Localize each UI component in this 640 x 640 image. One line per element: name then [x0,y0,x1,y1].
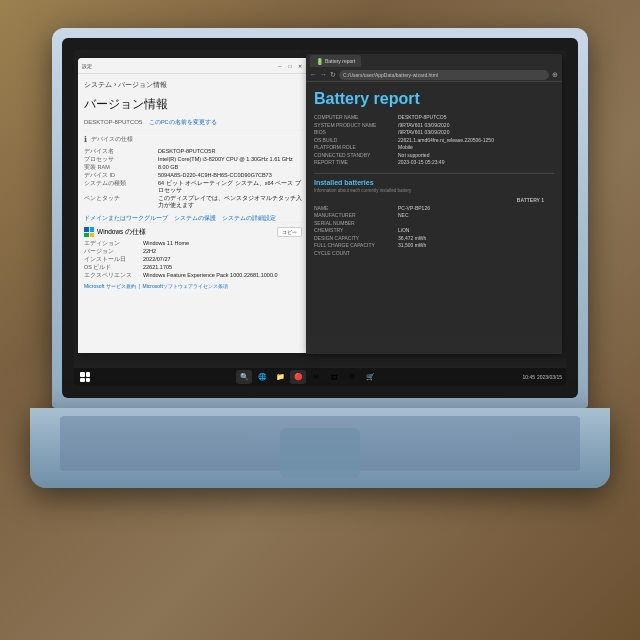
window-controls: ─ □ ✕ [276,62,304,70]
screen-content: 設定 ─ □ ✕ システム › バージョン情報 バージョン情報 DESKTOP-… [74,50,566,386]
address-input[interactable]: C:/Users/user/AppData/battery-wizard.htm… [339,70,549,80]
windows-copy-button[interactable]: コピー [277,227,302,237]
taskbar-edge[interactable]: 🌐 [254,370,270,384]
processor-value: Intel(R) Core(TM) i3-8200Y CPU @ 1.30GHz… [158,156,302,163]
breadcrumb: システム › バージョン情報 [84,80,302,90]
install-date-label: インストール日 [84,256,139,263]
computer-name-label: COMPUTER NAME [314,114,394,120]
full-charge-value: 31,500 mWh [398,242,554,248]
taskbar-store[interactable]: 🛒 [362,370,378,384]
serial-value [398,220,554,226]
connected-standby-label: CONNECTED STANDBY [314,152,394,158]
system-type-value: 64 ビット オペレーティング システム、x64 ベース プロセッサ [158,180,302,194]
ms-license-link[interactable]: Microsoftソフトウェアライセンス条項 [143,283,228,289]
laptop-screen-lid: 設定 ─ □ ✕ システム › バージョン情報 バージョン情報 DESKTOP-… [52,28,588,408]
taskbar-apps: 🔍 🌐 📁 🔴 ✉ 🖼 ⚙ 🛒 [94,370,520,384]
platform-role-label: PLATFORM ROLE [314,144,394,150]
battery-report-content: Battery report COMPUTER NAME DESKTOP-8PU… [306,82,562,336]
device-name-label: デバイス名 [84,148,154,155]
serial-label: SERIAL NUMBER [314,220,394,226]
window-body: システム › バージョン情報 バージョン情報 DESKTOP-8PUTCO5 こ… [78,74,308,295]
maximize-button[interactable]: □ [286,62,294,70]
chemistry-value: LiON [398,227,554,233]
os-build-b-value: 22621.1.amd64fre.ni_release.220506-1250 [398,137,554,143]
window-titlebar-left: 設定 ─ □ ✕ [78,58,308,74]
cycle-count-label: CYCLE COUNT [314,250,394,256]
chemistry-label: CHEMISTRY [314,227,394,233]
installed-batteries-subtitle: Information about each currently install… [314,188,554,193]
taskbar-search[interactable]: 🔍 [236,370,252,384]
close-button[interactable]: ✕ [296,62,304,70]
start-icon [80,372,90,382]
device-name-value: DESKTOP-8PUTCO5R [158,148,302,155]
battery-report-title: Battery report [314,90,554,108]
extensions-button[interactable]: ⊕ [552,71,558,79]
system-type-label: システムの種類 [84,180,154,194]
workgroup-link[interactable]: ドメインまたはワークグループ [84,215,168,222]
installed-batteries-section: Installed batteries Information about ea… [314,173,554,256]
settings-title: 設定 [82,63,92,69]
refresh-button[interactable]: ↻ [330,71,336,79]
windows-section: Windows の仕様 コピー エディション Windows 11 Home バ… [84,222,302,289]
full-charge-label: FULL CHARGE CAPACITY [314,242,394,248]
edition-label: エディション [84,240,139,247]
install-date-value: 2022/07/27 [143,256,302,263]
system-tray: 10:45 2023/03/15 [522,374,562,380]
screen-bezel: 設定 ─ □ ✕ システム › バージョン情報 バージョン情報 DESKTOP-… [62,38,578,398]
system-product-label: SYSTEM PRODUCT NAME [314,122,394,128]
system-links: ドメインまたはワークグループ システムの保護 システムの詳細設定 [84,215,302,222]
windows-section-label: Windows の仕様 [97,228,146,237]
system-product-value: /9RTAV601 03/09/2020 [398,122,554,128]
experience-value: Windows Feature Experience Pack 1000.226… [143,272,302,279]
pen-touch-value: このディスプレイでは、ペンスタジオマルチタッチ入力が使えます [158,195,302,209]
device-name-row: DESKTOP-8PUTCO5 このPCの名前を変更する [84,119,302,126]
tray-date: 2023/03/15 [537,374,562,380]
windows-logo-row: Windows の仕様 コピー [84,227,302,237]
taskbar-explorer[interactable]: 📁 [272,370,288,384]
platform-role-value: Mobile [398,144,554,150]
computer-name-value: DESKTOP-8PUTCO5 [398,114,554,120]
name-label: NAME [314,205,394,211]
ms-links-row: Microsoft サービス規約 | Microsoftソフトウェアライセンス条… [84,283,302,289]
minimize-button[interactable]: ─ [276,62,284,70]
battery-report-tab[interactable]: 🔋 Battery report [310,55,361,67]
device-id-label: デバイス ID [84,172,154,179]
battery-col-header: BATTERY 1 [398,197,554,203]
system-protection-link[interactable]: システムの保護 [174,215,216,222]
forward-button[interactable]: → [320,71,327,78]
titlebar-title: 設定 [82,63,92,69]
page-title: バージョン情報 [84,96,302,113]
back-button[interactable]: ← [310,71,317,78]
pen-touch-label: ペンとタッチ [84,195,154,209]
taskbar-photos[interactable]: 🖼 [326,370,342,384]
report-time-value: 2023-03-15 05:23:49 [398,159,554,165]
design-capacity-label: DESIGN CAPACITY [314,235,394,241]
os-build-value: 22621.1705 [143,264,302,271]
rename-link[interactable]: このPCの名前を変更する [149,119,217,125]
browser-tab-bar: 🔋 Battery report [306,54,562,68]
taskbar-mail[interactable]: ✉ [308,370,324,384]
taskbar-chrome[interactable]: 🔴 [290,370,306,384]
tab-label: Battery report [325,58,355,64]
edition-value: Windows 11 Home [143,240,302,247]
tray-time: 10:45 [522,374,535,380]
name-value: PC-VP-BP126 [398,205,554,211]
version-value: 22H2 [143,248,302,255]
bios-label: BIOS [314,129,394,135]
ram-label: 実装 RAM [84,164,154,171]
cycle-count-value [398,250,554,256]
manufacturer-label: MANUFACTURER [314,212,394,218]
browser-address-bar: ← → ↻ C:/Users/user/AppData/battery-wiza… [306,68,562,82]
ram-value: 8.00 GB [158,164,302,171]
trackpad [280,428,360,478]
advanced-link[interactable]: システムの詳細設定 [222,215,276,222]
processor-label: プロセッサ [84,156,154,163]
start-button[interactable] [78,370,92,384]
battery-system-info: COMPUTER NAME DESKTOP-8PUTCO5 SYSTEM PRO… [314,114,554,165]
section-label: デバイスの仕様 [91,135,133,144]
installed-batteries-title: Installed batteries [314,179,554,186]
ms-service-link[interactable]: Microsoft サービス規約 [84,283,136,289]
os-build-label: OS ビルド [84,264,139,271]
bios-value: /9RTAV601 03/09/2020 [398,129,554,135]
taskbar-settings[interactable]: ⚙ [344,370,360,384]
